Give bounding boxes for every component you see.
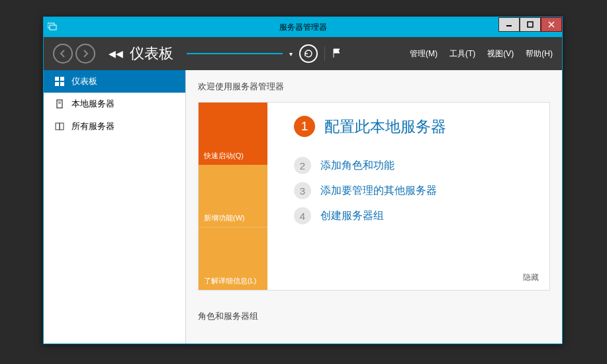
sidebar-item-local-server[interactable]: 本地服务器 [44, 93, 185, 115]
close-button[interactable] [541, 17, 562, 32]
hide-link[interactable]: 隐藏 [523, 272, 539, 283]
svg-rect-13 [56, 123, 60, 130]
sidebar-item-label: 本地服务器 [71, 98, 115, 110]
step-configure-local[interactable]: 1 配置此本地服务器 [294, 116, 537, 137]
menu-help[interactable]: 帮助(H) [526, 48, 553, 60]
window-controls [498, 17, 562, 32]
sidebar-item-label: 仪表板 [71, 75, 97, 87]
sidebar-item-label: 所有服务器 [71, 120, 115, 132]
back-button[interactable] [53, 44, 73, 64]
bullet-icon: ◀◀ [109, 48, 123, 59]
flag-icon[interactable] [332, 48, 342, 60]
tab-label: 新增功能(W) [204, 213, 245, 223]
tile-content: 1 配置此本地服务器 2 添加角色和功能 3 添加要管理的其他服务器 4 创建服… [267, 103, 549, 290]
server-icon [54, 99, 65, 109]
menu-manage[interactable]: 管理(M) [410, 48, 438, 60]
section-roles-heading: 角色和服务器组 [198, 310, 550, 322]
minimize-button[interactable] [498, 17, 520, 32]
step-label: 添加要管理的其他服务器 [320, 184, 437, 198]
dashboard-icon [54, 76, 65, 87]
nav-arrows [53, 44, 95, 64]
step-number: 2 [294, 157, 311, 174]
step-number: 4 [294, 207, 311, 224]
titlebar: 服务器管理器 [44, 17, 562, 37]
svg-rect-7 [60, 77, 64, 81]
window: 服务器管理器 ◀◀ 仪表板 ▾ 管理(M) 工具(T) 视图(V) 帮助(H) [43, 17, 563, 344]
menu-bar: 管理(M) 工具(T) 视图(V) 帮助(H) [410, 48, 553, 60]
breadcrumb-underline [187, 53, 283, 54]
step-create-group[interactable]: 4 创建服务器组 [294, 207, 537, 224]
tab-learnmore[interactable]: 了解详细信息(L) [199, 227, 267, 290]
step-number: 3 [294, 182, 311, 199]
maximize-button[interactable] [520, 17, 541, 32]
step-add-servers[interactable]: 3 添加要管理的其他服务器 [294, 182, 537, 199]
tab-whatsnew[interactable]: 新增功能(W) [199, 165, 267, 227]
step-number: 1 [294, 116, 315, 137]
svg-rect-8 [55, 82, 59, 86]
quickstart-tile: 快速启动(Q) 新增功能(W) 了解详细信息(L) 1 配置此本地服务器 2 添… [198, 102, 550, 291]
menu-view[interactable]: 视图(V) [487, 48, 514, 60]
svg-rect-3 [528, 22, 533, 27]
svg-rect-10 [57, 100, 62, 108]
breadcrumb-title: 仪表板 [130, 44, 173, 64]
svg-rect-9 [60, 82, 64, 86]
main-content: 欢迎使用服务器管理器 快速启动(Q) 新增功能(W) 了解详细信息(L) 1 配… [186, 70, 562, 343]
tab-label: 了解详细信息(L) [204, 276, 256, 286]
sidebar: 仪表板 本地服务器 所有服务器 [44, 70, 186, 343]
forward-button[interactable] [75, 44, 95, 64]
sidebar-item-all-servers[interactable]: 所有服务器 [44, 115, 185, 138]
body: 仪表板 本地服务器 所有服务器 欢迎使用服务器管理器 快速启动(Q) 新增功能(… [44, 70, 562, 343]
tab-label: 快速启动(Q) [204, 151, 244, 161]
app-icon [44, 23, 61, 32]
tile-tabs: 快速启动(Q) 新增功能(W) 了解详细信息(L) [199, 103, 267, 290]
step-label: 配置此本地服务器 [324, 116, 446, 137]
menu-tools[interactable]: 工具(T) [449, 48, 475, 60]
window-title: 服务器管理器 [279, 22, 327, 33]
welcome-heading: 欢迎使用服务器管理器 [198, 81, 550, 93]
svg-rect-14 [60, 123, 64, 130]
svg-rect-1 [50, 25, 56, 30]
step-add-roles[interactable]: 2 添加角色和功能 [294, 157, 537, 174]
svg-rect-6 [55, 77, 59, 81]
servers-icon [54, 121, 65, 132]
sidebar-item-dashboard[interactable]: 仪表板 [44, 70, 185, 93]
refresh-icon[interactable] [299, 44, 318, 63]
step-label: 添加角色和功能 [320, 159, 395, 173]
step-label: 创建服务器组 [320, 209, 384, 223]
dropdown-icon[interactable]: ▾ [289, 50, 293, 58]
toolbar-icons [299, 44, 342, 63]
toolbar: ◀◀ 仪表板 ▾ 管理(M) 工具(T) 视图(V) 帮助(H) [44, 37, 562, 70]
separator [324, 46, 325, 61]
tab-quickstart[interactable]: 快速启动(Q) [199, 103, 267, 165]
breadcrumb: ◀◀ 仪表板 ▾ [109, 44, 293, 64]
